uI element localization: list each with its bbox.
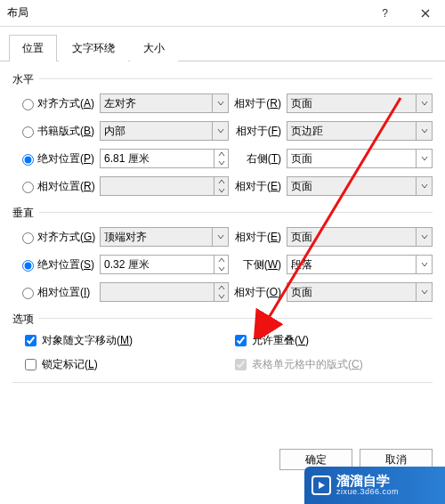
titlebar: 布局 ? (0, 0, 445, 27)
label-h-book-rel: 相对于(F) (229, 124, 287, 139)
watermark-brand: 溜溜自学 (336, 474, 399, 489)
checkbox-table-layout: 表格单元格中的版式(C) (222, 353, 433, 377)
label-v-abs-rel: 下侧(W) (229, 257, 287, 272)
tab-size[interactable]: 大小 (130, 35, 178, 61)
radio-h-rel-input[interactable] (22, 182, 34, 193)
close-button[interactable] (405, 0, 445, 27)
row-h-abs: 绝对位置(P) 6.81 厘米 右侧(T) 页面 (12, 145, 433, 172)
watermark: 溜溜自学 zixue.3d66.com (304, 467, 445, 504)
spinner-buttons[interactable] (214, 256, 228, 273)
chevron-down-icon (212, 94, 228, 112)
combo-v-align-value[interactable]: 顶端对齐 (100, 227, 229, 247)
separator (12, 382, 433, 383)
radio-h-abs-input[interactable] (22, 154, 34, 166)
tab-wrapping[interactable]: 文字环绕 (59, 35, 128, 61)
spinner-buttons[interactable] (214, 150, 228, 167)
chevron-down-icon (214, 186, 228, 195)
combo-v-abs-rel[interactable]: 段落 (287, 255, 433, 274)
label-h-abs-rel: 右侧(T) (229, 151, 287, 167)
chevron-up-icon (214, 256, 228, 264)
chevron-down-icon (416, 122, 432, 140)
help-button[interactable]: ? (365, 0, 405, 27)
chevron-down-icon (416, 177, 432, 195)
spinner-buttons[interactable] (214, 283, 228, 301)
chevron-up-icon (214, 283, 228, 292)
spinner-h-rel-value[interactable] (100, 176, 229, 196)
checkbox-move-with-text[interactable]: 对象随文字移动(M) (12, 329, 222, 353)
tab-position[interactable]: 位置 (9, 35, 57, 61)
radio-h-rel[interactable]: 相对位置(R) (12, 179, 100, 194)
row-h-rel: 相对位置(R) 相对于(E) 页面 (12, 173, 433, 199)
combo-h-rel-rel[interactable]: 页面 (287, 176, 433, 196)
spinner-buttons[interactable] (214, 177, 228, 195)
chevron-down-icon (416, 94, 432, 112)
chevron-down-icon (416, 228, 432, 246)
close-icon (421, 9, 430, 18)
chevron-down-icon (214, 264, 228, 273)
group-options-label: 选项 (12, 306, 433, 329)
combo-h-align-value[interactable]: 左对齐 (100, 93, 229, 113)
spinner-v-abs-value[interactable]: 0.32 厘米 (100, 255, 229, 274)
chevron-down-icon (416, 283, 432, 301)
checkbox-lock-input[interactable] (25, 359, 36, 370)
play-icon (312, 476, 331, 495)
chevron-down-icon (416, 256, 432, 273)
radio-v-align[interactable]: 对齐方式(G) (12, 230, 100, 245)
label-v-align-rel: 相对于(E) (229, 230, 287, 245)
radio-h-align-input[interactable] (22, 99, 34, 110)
radio-v-rel[interactable]: 相对位置(I) (12, 285, 100, 300)
label-h-align-rel: 相对于(R) (229, 96, 287, 111)
combo-h-book-value[interactable]: 内部 (100, 121, 229, 141)
radio-v-abs-input[interactable] (22, 260, 34, 272)
checkbox-table-input (235, 359, 247, 370)
radio-h-abs[interactable]: 绝对位置(P) (12, 151, 100, 167)
spinner-v-rel-value[interactable] (100, 282, 229, 302)
label-h-rel-rel: 相对于(E) (229, 179, 287, 194)
chevron-down-icon (214, 292, 228, 301)
row-v-align: 对齐方式(G) 顶端对齐 相对于(E) 页面 (12, 224, 433, 250)
row-v-abs: 绝对位置(S) 0.32 厘米 下侧(W) 段落 (12, 251, 433, 278)
checkbox-allow-overlap[interactable]: 允许重叠(V) (222, 329, 433, 353)
checkbox-lock-anchor[interactable]: 锁定标记(L) (12, 353, 222, 377)
radio-v-rel-input[interactable] (22, 288, 34, 299)
combo-v-align-rel[interactable]: 页面 (287, 227, 433, 247)
radio-h-book[interactable]: 书籍版式(B) (12, 124, 100, 139)
chevron-down-icon (416, 150, 432, 167)
row-h-book: 书籍版式(B) 内部 相对于(F) 页边距 (12, 118, 433, 144)
group-horizontal-label: 水平 (12, 67, 433, 89)
checkbox-move-input[interactable] (25, 335, 36, 346)
options-wrap: 对象随文字移动(M) 锁定标记(L) 允许重叠(V) 表格单元格中的版式(C) (12, 329, 433, 377)
group-vertical-label: 垂直 (12, 200, 433, 223)
row-h-align: 对齐方式(A) 左对齐 相对于(R) 页面 (12, 90, 433, 117)
combo-v-rel-rel[interactable]: 页面 (287, 282, 433, 302)
radio-v-abs[interactable]: 绝对位置(S) (12, 257, 100, 272)
combo-h-abs-rel[interactable]: 页面 (287, 149, 433, 168)
radio-h-align[interactable]: 对齐方式(A) (12, 96, 100, 111)
radio-v-align-input[interactable] (22, 232, 34, 244)
watermark-url: zixue.3d66.com (336, 488, 399, 497)
label-v-rel-rel: 相对于(O) (229, 285, 287, 300)
radio-h-book-input[interactable] (22, 126, 34, 138)
chevron-down-icon (212, 122, 228, 140)
combo-h-align-rel[interactable]: 页面 (287, 93, 433, 113)
combo-h-book-rel[interactable]: 页边距 (287, 121, 433, 141)
chevron-up-icon (214, 150, 228, 159)
chevron-down-icon (214, 159, 228, 167)
chevron-up-icon (214, 177, 228, 186)
spinner-h-abs-value[interactable]: 6.81 厘米 (100, 149, 229, 168)
tab-bar: 位置 文字环绕 大小 (0, 27, 445, 61)
chevron-down-icon (212, 228, 228, 246)
row-v-rel: 相对位置(I) 相对于(O) 页面 (12, 279, 433, 305)
checkbox-overlap-input[interactable] (235, 335, 247, 346)
svg-marker-3 (319, 482, 325, 489)
window-title: 布局 (7, 5, 365, 20)
